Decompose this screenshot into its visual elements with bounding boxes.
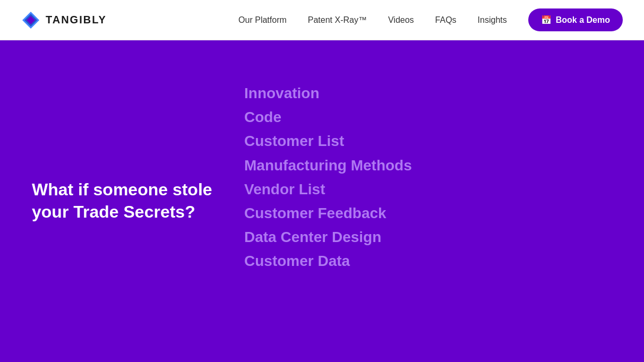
logo[interactable]: TANGIBLY [21,11,107,30]
floating-item-customer-feedback: Customer Feedback [244,203,412,223]
nav-item-videos[interactable]: Videos [388,15,414,25]
floating-item-code: Code [244,107,412,127]
book-demo-button[interactable]: 📅 Book a Demo [528,8,623,31]
floating-item-innovation: Innovation [244,83,412,104]
site-header: TANGIBLY Our Platform Patent X-Ray™ Vide… [0,0,644,40]
nav-item-faqs[interactable]: FAQs [435,15,457,25]
main-nav: Our Platform Patent X-Ray™ Videos FAQs I… [238,8,623,31]
nav-item-patent-xray[interactable]: Patent X-Ray™ [308,15,367,25]
floating-items-list: Innovation Code Customer List Manufactur… [244,83,412,272]
logo-text: TANGIBLY [46,14,107,26]
floating-item-customer-data: Customer Data [244,251,412,271]
logo-icon [21,11,40,30]
book-demo-label: Book a Demo [556,15,610,25]
hero-section: Innovation Code Customer List Manufactur… [0,40,644,362]
hero-headline: What if someone stole your Trade Secrets… [32,179,223,223]
calendar-icon: 📅 [541,15,552,25]
floating-item-customer-list: Customer List [244,131,412,151]
nav-item-insights[interactable]: Insights [478,15,507,25]
floating-item-data-center-design: Data Center Design [244,227,412,247]
floating-item-vendor-list: Vendor List [244,179,412,200]
nav-item-our-platform[interactable]: Our Platform [238,15,287,25]
floating-item-manufacturing-methods: Manufacturing Methods [244,155,412,176]
